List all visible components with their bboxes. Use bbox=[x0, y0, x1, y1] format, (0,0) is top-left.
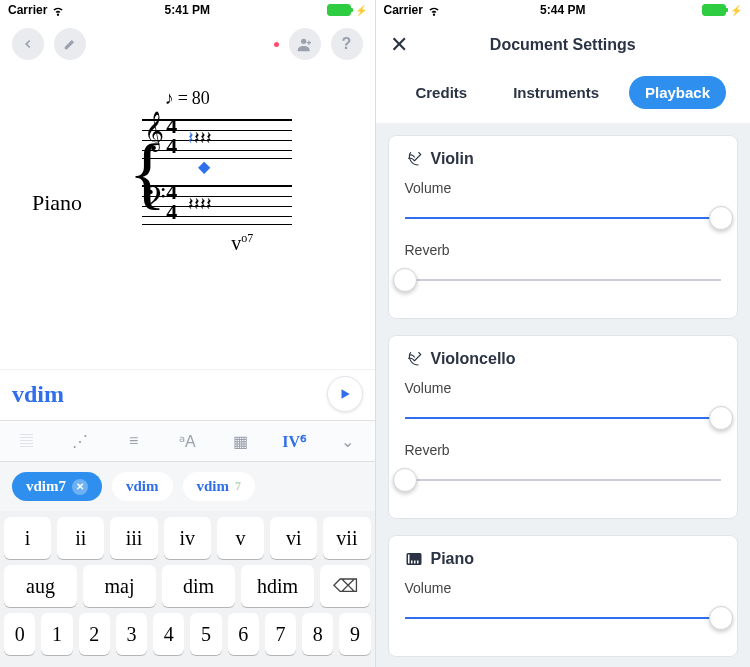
key-iv[interactable]: iv bbox=[164, 517, 211, 559]
key-dim[interactable]: dim bbox=[162, 565, 235, 607]
key-7[interactable]: 7 bbox=[265, 613, 296, 655]
key-vi[interactable]: vi bbox=[270, 517, 317, 559]
key-5[interactable]: 5 bbox=[190, 613, 221, 655]
settings-title: Document Settings bbox=[490, 36, 636, 54]
chip-vdim-7[interactable]: vdim7 bbox=[183, 472, 256, 501]
settings-body[interactable]: ViolinVolume Reverb VioloncelloVolume Re… bbox=[376, 123, 751, 667]
wifi-icon bbox=[427, 3, 441, 17]
key-hdim[interactable]: hdim bbox=[241, 565, 314, 607]
control-label: Volume bbox=[405, 180, 722, 196]
settings-header: ✕ Document Settings bbox=[376, 20, 751, 70]
backspace-key[interactable]: ⌫ bbox=[320, 565, 371, 607]
mode-notation-icon[interactable]: 𝄚 bbox=[0, 421, 54, 461]
roman-numeral-analysis: vo7 bbox=[231, 231, 253, 255]
piano-icon bbox=[405, 550, 423, 568]
chord-input[interactable] bbox=[12, 381, 317, 408]
key-3[interactable]: 3 bbox=[116, 613, 147, 655]
violin-icon bbox=[405, 150, 423, 168]
recording-indicator bbox=[274, 42, 279, 47]
instrument-label: Piano bbox=[32, 190, 82, 216]
instrument-card: ViolinVolume Reverb bbox=[388, 135, 739, 319]
edit-button[interactable] bbox=[54, 28, 86, 60]
cursor-indicator-icon: ◆ bbox=[198, 157, 210, 176]
chip-vdim[interactable]: vdim bbox=[112, 472, 173, 501]
suggestion-chips: vdim7✕ vdim vdim7 bbox=[0, 462, 375, 511]
mode-more-icon[interactable]: ⌄ bbox=[321, 421, 375, 461]
help-button[interactable]: ? bbox=[331, 28, 363, 60]
charging-icon: ⚡ bbox=[730, 5, 742, 16]
volume-slider[interactable] bbox=[405, 604, 722, 632]
score-area[interactable]: ♪= 80 Piano { 𝄞 44 𝄽𝄽𝄽𝄽 ◆ 𝄢 44 𝄽𝄽𝄽𝄽 bbox=[0, 68, 375, 369]
volume-slider[interactable] bbox=[405, 404, 722, 432]
key-0[interactable]: 0 bbox=[4, 613, 35, 655]
bass-clef-icon: 𝄢 bbox=[144, 182, 166, 221]
card-header: Piano bbox=[405, 550, 722, 568]
instrument-name: Violin bbox=[431, 150, 474, 168]
instrument-card: VioloncelloVolume Reverb bbox=[388, 335, 739, 519]
carrier-label: Carrier bbox=[8, 3, 47, 17]
mode-grid-icon[interactable]: ▦ bbox=[214, 421, 268, 461]
key-4[interactable]: 4 bbox=[153, 613, 184, 655]
key-1[interactable]: 1 bbox=[41, 613, 72, 655]
chord-input-row bbox=[0, 369, 375, 420]
instrument-name: Violoncello bbox=[431, 350, 516, 368]
treble-timesig: 44 bbox=[166, 116, 177, 156]
key-vii[interactable]: vii bbox=[323, 517, 370, 559]
status-bar: Carrier 5:44 PM ⚡ bbox=[376, 0, 751, 20]
instrument-name: Piano bbox=[431, 550, 475, 568]
treble-clef-icon: 𝄞 bbox=[144, 112, 164, 151]
clock: 5:41 PM bbox=[165, 3, 210, 17]
control-label: Reverb bbox=[405, 442, 722, 458]
editor-screen: Carrier 5:41 PM ⚡ ? ♪= 80 Piano { 𝄞 bbox=[0, 0, 375, 667]
clock: 5:44 PM bbox=[540, 3, 585, 17]
mode-text-icon[interactable]: ᵃA bbox=[161, 421, 215, 461]
battery-icon bbox=[327, 4, 351, 16]
key-8[interactable]: 8 bbox=[302, 613, 333, 655]
carrier-label: Carrier bbox=[384, 3, 423, 17]
reverb-slider[interactable] bbox=[405, 266, 722, 294]
key-v[interactable]: v bbox=[217, 517, 264, 559]
tab-credits[interactable]: Credits bbox=[399, 76, 483, 109]
play-button[interactable] bbox=[327, 376, 363, 412]
chip-remove-icon[interactable]: ✕ bbox=[72, 479, 88, 495]
key-iii[interactable]: iii bbox=[110, 517, 157, 559]
treble-staff: 𝄞 44 𝄽𝄽𝄽𝄽 bbox=[142, 119, 292, 159]
tempo-marking: ♪= 80 bbox=[165, 88, 210, 109]
close-button[interactable]: ✕ bbox=[390, 32, 408, 58]
back-button[interactable] bbox=[12, 28, 44, 60]
battery-icon bbox=[702, 4, 726, 16]
control-label: Volume bbox=[405, 380, 722, 396]
card-header: Violin bbox=[405, 150, 722, 168]
mode-lines-icon[interactable]: ≡ bbox=[107, 421, 161, 461]
key-aug[interactable]: aug bbox=[4, 565, 77, 607]
key-i[interactable]: i bbox=[4, 517, 51, 559]
key-ii[interactable]: ii bbox=[57, 517, 104, 559]
chord-keyboard: iiiiiiivvvivii augmajdimhdim⌫ 0123456789 bbox=[0, 511, 375, 667]
bass-staff: 𝄢 44 𝄽𝄽𝄽𝄽 bbox=[142, 185, 292, 225]
key-9[interactable]: 9 bbox=[339, 613, 370, 655]
bass-timesig: 44 bbox=[166, 182, 177, 222]
mode-dynamics-icon[interactable]: ⋰ bbox=[54, 421, 108, 461]
key-maj[interactable]: maj bbox=[83, 565, 156, 607]
control-label: Reverb bbox=[405, 242, 722, 258]
wifi-icon bbox=[51, 3, 65, 17]
key-6[interactable]: 6 bbox=[228, 613, 259, 655]
chip-vdim7[interactable]: vdim7✕ bbox=[12, 472, 102, 501]
instrument-card: PianoVolume bbox=[388, 535, 739, 657]
grand-staff: { 𝄞 44 𝄽𝄽𝄽𝄽 ◆ 𝄢 44 𝄽𝄽𝄽𝄽 bbox=[142, 113, 292, 225]
card-header: Violoncello bbox=[405, 350, 722, 368]
settings-screen: Carrier 5:44 PM ⚡ ✕ Document Settings Cr… bbox=[375, 0, 751, 667]
editor-toolbar: ? bbox=[0, 20, 375, 68]
tab-instruments[interactable]: Instruments bbox=[497, 76, 615, 109]
add-user-button[interactable] bbox=[289, 28, 321, 60]
tab-playback[interactable]: Playback bbox=[629, 76, 726, 109]
reverb-slider[interactable] bbox=[405, 466, 722, 494]
violin-icon bbox=[405, 350, 423, 368]
control-label: Volume bbox=[405, 580, 722, 596]
mode-roman-numeral[interactable]: IV⁶ bbox=[268, 421, 322, 461]
treble-rests: 𝄽𝄽𝄽𝄽 bbox=[188, 128, 212, 149]
key-2[interactable]: 2 bbox=[79, 613, 110, 655]
bass-rests: 𝄽𝄽𝄽𝄽 bbox=[188, 194, 212, 215]
volume-slider[interactable] bbox=[405, 204, 722, 232]
svg-point-0 bbox=[301, 39, 306, 44]
